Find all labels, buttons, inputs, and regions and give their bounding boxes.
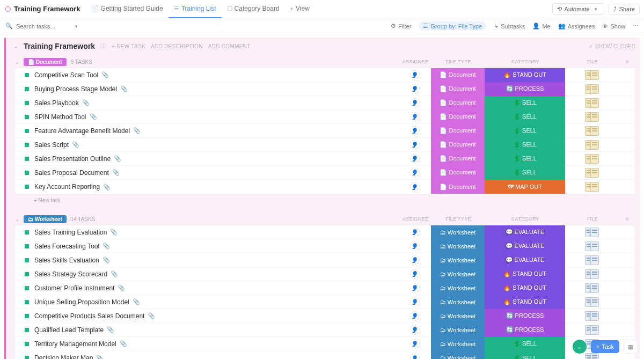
tab-getting-started-guide[interactable]: 📄Getting Started Guide	[86, 0, 169, 18]
task-name[interactable]: Sales Training Evaluation	[34, 229, 107, 236]
task-name[interactable]: Sales Playbook	[34, 99, 79, 107]
attachment-icon[interactable]: 📎	[96, 355, 104, 360]
file-cell[interactable]	[565, 152, 619, 166]
file-cell[interactable]	[565, 281, 619, 295]
show-button[interactable]: 👁Show	[602, 23, 625, 30]
assignee-placeholder[interactable]: 👤	[410, 269, 420, 279]
file-cell[interactable]	[565, 267, 619, 281]
tab-view[interactable]: +View	[285, 0, 315, 18]
task-row[interactable]: Territory Management Model📎 👤 🗂 Workshee…	[15, 337, 635, 351]
space-name[interactable]: Training Framework	[5, 5, 80, 13]
category-cell[interactable]: 🔄 PROCESS	[485, 309, 565, 323]
attachment-icon[interactable]: 📎	[103, 257, 110, 263]
category-cell[interactable]: 🔄 PROCESS	[485, 323, 565, 337]
search-input-wrap[interactable]: 🔍 ▾	[5, 23, 80, 30]
status-square-icon[interactable]	[25, 342, 29, 346]
collapse-list-icon[interactable]: ⌄	[13, 43, 18, 50]
task-name[interactable]: Customer Profile Instrument	[34, 284, 114, 292]
assignees-button[interactable]: 👥Assignees	[558, 23, 595, 30]
status-square-icon[interactable]	[25, 230, 29, 235]
task-row[interactable]: SPIN Method Tool📎 👤 📄 Document 💲 SELL	[15, 110, 635, 124]
file-cell[interactable]	[565, 295, 619, 309]
task-row[interactable]: Decision Maker Map📎 👤 🗂 Worksheet 💲 SELL	[15, 351, 635, 359]
filetype-cell[interactable]: 🗂 Worksheet	[431, 323, 485, 337]
status-square-icon[interactable]	[25, 356, 29, 359]
task-row[interactable]: Sales Proposal Document📎 👤 📄 Document 💲 …	[15, 166, 635, 180]
assignee-placeholder[interactable]: 👤	[410, 140, 420, 150]
task-row[interactable]: Competitive Products Sales Document📎 👤 🗂…	[15, 309, 635, 323]
status-square-icon[interactable]	[25, 286, 29, 290]
file-cell[interactable]	[565, 180, 619, 194]
assignee-placeholder[interactable]: 👤	[410, 353, 420, 359]
task-row[interactable]: Unique Selling Proposition Model📎 👤 🗂 Wo…	[15, 295, 635, 309]
col-file[interactable]: FILE	[566, 59, 619, 64]
status-square-icon[interactable]	[25, 87, 29, 91]
status-square-icon[interactable]	[25, 300, 29, 304]
col-filetype[interactable]: FILE TYPE	[431, 216, 485, 222]
status-square-icon[interactable]	[25, 244, 29, 248]
task-name[interactable]: Sales Script	[34, 141, 69, 149]
apps-button[interactable]: ▦	[624, 340, 638, 354]
file-cell[interactable]	[565, 253, 619, 267]
category-cell[interactable]: 💲 SELL	[485, 166, 565, 180]
task-row[interactable]: Sales Playbook📎 👤 📄 Document 💲 SELL	[15, 96, 635, 110]
group-pill[interactable]: 📄 Document	[24, 58, 67, 66]
filetype-cell[interactable]: 📄 Document	[431, 166, 485, 180]
task-row[interactable]: Sales Script📎 👤 📄 Document 💲 SELL	[15, 138, 635, 152]
assignee-placeholder[interactable]: 👤	[410, 112, 420, 122]
filetype-cell[interactable]: 📄 Document	[431, 124, 485, 138]
attachment-icon[interactable]: 📎	[82, 99, 90, 106]
category-cell[interactable]: 💬 EVALUATE	[485, 225, 565, 239]
task-name[interactable]: Feature Advantage Benefit Model	[34, 127, 130, 135]
attachment-icon[interactable]: 📎	[133, 298, 140, 305]
subtasks-button[interactable]: ↳Subtasks	[494, 23, 525, 30]
add-column-button[interactable]: ⊕	[619, 59, 635, 64]
task-name[interactable]: Qualified Lead Template	[34, 326, 104, 334]
task-name[interactable]: Competitive Scan Tool	[34, 71, 98, 79]
assignee-placeholder[interactable]: 👤	[410, 228, 420, 237]
category-cell[interactable]: 💲 SELL	[485, 152, 565, 166]
filetype-cell[interactable]: 📄 Document	[431, 82, 485, 96]
status-square-icon[interactable]	[25, 115, 29, 119]
filetype-cell[interactable]: 🗂 Worksheet	[431, 351, 485, 359]
status-square-icon[interactable]	[25, 314, 29, 318]
task-name[interactable]: Sales Presentation Outline	[34, 155, 111, 163]
category-cell[interactable]: 🔄 PROCESS	[485, 82, 565, 96]
status-square-icon[interactable]	[25, 328, 29, 332]
task-name[interactable]: Sales Proposal Document	[34, 169, 109, 177]
status-square-icon[interactable]	[25, 143, 29, 147]
task-name[interactable]: Sales Forecasting Tool	[34, 243, 99, 250]
task-row[interactable]: Key Account Reporting📎 👤 📄 Document 🗺 MA…	[15, 180, 635, 194]
task-name[interactable]: Sales Strategy Scorecard	[34, 270, 107, 278]
status-square-icon[interactable]	[25, 171, 29, 175]
filetype-cell[interactable]: 📄 Document	[431, 110, 485, 124]
file-cell[interactable]	[565, 82, 619, 96]
tab-category-board[interactable]: ▢Category Board	[222, 0, 285, 18]
filetype-cell[interactable]: 🗂 Worksheet	[431, 281, 485, 295]
tab-training-list[interactable]: ☰Training List	[169, 0, 222, 18]
filetype-cell[interactable]: 📄 Document	[431, 96, 485, 110]
me-button[interactable]: 👤Me	[532, 23, 550, 30]
assignee-placeholder[interactable]: 👤	[410, 98, 420, 108]
col-filetype[interactable]: FILE TYPE	[431, 59, 485, 64]
file-cell[interactable]	[565, 225, 619, 239]
filter-button[interactable]: ⚙Filter	[391, 23, 411, 30]
col-category[interactable]: CATEGORY	[485, 59, 566, 64]
file-cell[interactable]	[565, 96, 619, 110]
task-name[interactable]: Sales Skills Evaluation	[34, 257, 99, 264]
attachment-icon[interactable]: 📎	[110, 229, 118, 236]
attachment-icon[interactable]: 📎	[90, 113, 97, 120]
category-cell[interactable]: 💲 SELL	[485, 138, 565, 152]
attachment-icon[interactable]: 📎	[148, 312, 155, 319]
filetype-cell[interactable]: 📄 Document	[431, 68, 485, 82]
task-row[interactable]: Sales Skills Evaluation📎 👤 🗂 Worksheet 💬…	[15, 253, 635, 267]
attachment-icon[interactable]: 📎	[114, 155, 121, 162]
file-cell[interactable]	[565, 68, 619, 82]
filetype-cell[interactable]: 🗂 Worksheet	[431, 337, 485, 351]
category-cell[interactable]: 🔥 STAND OUT	[485, 281, 565, 295]
attachment-icon[interactable]: 📎	[133, 127, 141, 134]
task-name[interactable]: Unique Selling Proposition Model	[34, 298, 129, 306]
category-cell[interactable]: 💲 SELL	[485, 124, 565, 138]
list-title[interactable]: Training Framework	[24, 42, 95, 50]
file-cell[interactable]	[565, 323, 619, 337]
